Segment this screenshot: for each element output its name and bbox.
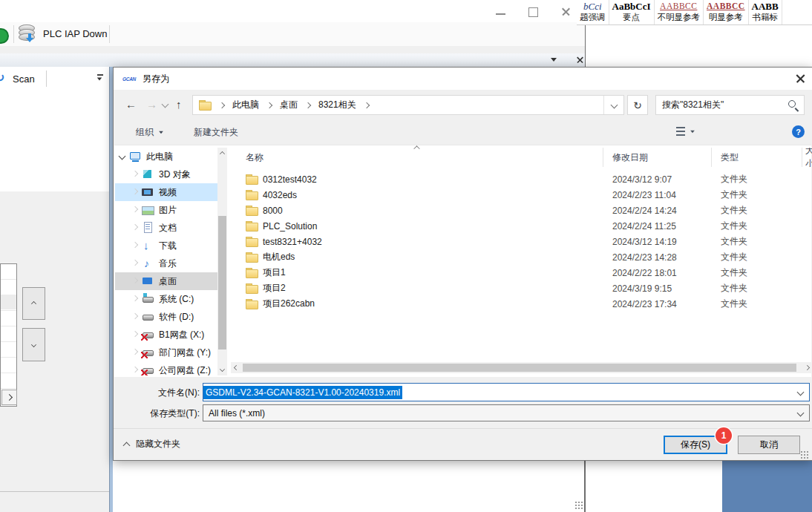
tree-expand-icon[interactable]	[132, 206, 138, 212]
file-row[interactable]: 0312test4032 2024/3/12 9:07 文件夹	[231, 171, 812, 187]
column-header-type[interactable]: 类型	[712, 148, 802, 167]
history-dropdown-icon[interactable]	[162, 101, 169, 108]
file-name[interactable]: 项目2	[263, 282, 286, 295]
plc-iap-down-button[interactable]: PLC IAP Down	[43, 28, 107, 39]
tree-scrollbar[interactable]	[217, 148, 227, 375]
up-icon[interactable]: ↑	[176, 98, 182, 111]
breadcrumb-label[interactable]: 8321相关	[315, 99, 359, 111]
file-name-cell[interactable]: 项目2	[231, 282, 603, 295]
expand-button[interactable]	[1, 390, 17, 405]
file-row[interactable]: PLC_Solution 2024/2/24 11:25 文件夹	[231, 218, 812, 234]
tree-item[interactable]: 桌面	[115, 272, 217, 290]
breadcrumb-chevron-icon[interactable]	[363, 102, 369, 108]
help-button[interactable]: ?	[792, 125, 805, 138]
tree-item-label[interactable]: 软件 (D:)	[159, 311, 194, 324]
breadcrumb-item[interactable]: 此电脑	[229, 99, 277, 111]
tree-expand-icon[interactable]	[132, 188, 138, 194]
toolbar-overflow-icon[interactable]	[96, 74, 104, 81]
file-row[interactable]: 8000 2024/2/24 14:24 文件夹	[231, 203, 812, 218]
tree-expand-icon[interactable]	[132, 349, 138, 355]
tree-expand-icon[interactable]	[132, 242, 138, 248]
file-name-cell[interactable]: PLC_Solution	[231, 221, 603, 232]
search-icon[interactable]	[788, 99, 799, 111]
filename-dropdown-icon[interactable]	[797, 389, 805, 396]
file-name[interactable]: 项目1	[263, 266, 286, 279]
tree-expand-icon[interactable]	[132, 313, 138, 319]
tree-item[interactable]: 部门网盘 (Y:)	[115, 344, 217, 361]
dialog-close-icon[interactable]	[796, 73, 805, 82]
tree-item[interactable]: 视频	[115, 183, 217, 201]
tree-item[interactable]: 图片	[115, 201, 217, 219]
tree-item[interactable]: 音乐	[115, 255, 217, 272]
scroll-down-icon[interactable]	[220, 367, 225, 372]
tree-expand-icon[interactable]	[132, 171, 138, 177]
organize-button[interactable]: 组织	[136, 126, 164, 139]
file-name[interactable]: 电机eds	[263, 251, 295, 263]
move-down-button[interactable]	[22, 328, 45, 361]
tree-item-label[interactable]: 下载	[159, 240, 177, 252]
file-name-cell[interactable]: 项目1	[231, 266, 603, 279]
breadcrumb-label[interactable]: 桌面	[277, 99, 301, 111]
file-name[interactable]: 8000	[263, 206, 283, 216]
savetype-dropdown-icon[interactable]	[797, 410, 805, 417]
tree-expand-icon[interactable]	[132, 331, 138, 337]
scroll-right-icon[interactable]	[805, 365, 810, 370]
file-row[interactable]: 项目262cabn 2024/2/23 17:34 文件夹	[231, 296, 812, 312]
file-name[interactable]: 4032eds	[263, 190, 297, 200]
close-icon[interactable]	[562, 7, 570, 16]
file-name[interactable]: 0312test4032	[263, 174, 317, 185]
tree-item-label[interactable]: 图片	[159, 204, 177, 217]
file-name[interactable]: test8321+4032	[263, 237, 322, 247]
tree-item[interactable]: 软件 (D:)	[115, 308, 217, 326]
tree-item-label[interactable]: 公司网盘 (Z:)	[159, 364, 211, 376]
tree-item[interactable]: 3D 对象	[115, 165, 217, 183]
file-row[interactable]: test8321+4032 2024/3/12 14:19 文件夹	[231, 234, 812, 249]
refresh-icon[interactable]: ↻	[0, 70, 4, 85]
scrollbar-thumb[interactable]	[218, 216, 226, 349]
column-header-name[interactable]: 名称	[231, 148, 603, 167]
style-gallery-item[interactable]: AaBbCcI 要点	[609, 0, 655, 24]
scan-tab[interactable]: Scan	[13, 73, 35, 85]
scroll-up-icon[interactable]	[220, 151, 225, 157]
scroll-left-icon[interactable]	[234, 365, 239, 370]
file-row[interactable]: 项目1 2024/2/22 18:01 文件夹	[231, 265, 812, 280]
style-gallery-item[interactable]: bCci 题强调	[577, 0, 609, 24]
breadcrumb-chevron-icon[interactable]	[305, 102, 311, 108]
file-name[interactable]: 项目262cabn	[263, 298, 315, 310]
tree-expand-icon[interactable]	[132, 367, 138, 372]
tree-item[interactable]: B1网盘 (X:)	[115, 326, 217, 344]
column-header-size[interactable]: 大小	[802, 148, 812, 167]
tree-item[interactable]: 公司网盘 (Z:)	[115, 361, 217, 375]
tree-item[interactable]: 文档	[115, 219, 217, 237]
tree-expand-icon[interactable]	[132, 260, 138, 266]
tree-item-label[interactable]: B1网盘 (X:)	[159, 329, 204, 341]
breadcrumb-item[interactable]: 8321相关	[315, 99, 374, 111]
hide-folders-button[interactable]: 隐藏文件夹	[124, 438, 180, 450]
refresh-button[interactable]: ↻	[627, 95, 648, 115]
tree-expand-icon[interactable]	[132, 224, 138, 230]
style-gallery-item[interactable]: AABB 书籍标	[749, 0, 782, 24]
file-name-cell[interactable]: 0312test4032	[231, 174, 603, 185]
savetype-select[interactable]: All files (*.xml)	[203, 404, 810, 421]
tree-item-label[interactable]: 3D 对象	[159, 168, 191, 181]
tree-item[interactable]: 下载	[115, 237, 217, 255]
cancel-button[interactable]: 取消	[738, 436, 800, 454]
tree-item-label[interactable]: 系统 (C:)	[159, 293, 194, 306]
tree-item-label[interactable]: 桌面	[159, 275, 177, 288]
file-row[interactable]: 电机eds 2024/2/23 14:28 文件夹	[231, 249, 812, 265]
back-icon[interactable]: ←	[125, 98, 137, 111]
column-header-date[interactable]: 修改日期	[603, 148, 712, 167]
tree-item-label[interactable]: 此电脑	[146, 151, 173, 163]
file-name-cell[interactable]: 4032eds	[231, 190, 603, 200]
move-up-button[interactable]	[22, 287, 45, 320]
search-input[interactable]: 搜索"8321相关"	[655, 95, 805, 115]
file-name[interactable]: PLC_Solution	[263, 221, 317, 232]
dialog-resize-grip[interactable]	[800, 450, 809, 459]
file-name-cell[interactable]: test8321+4032	[231, 237, 603, 247]
tree-item-label[interactable]: 文档	[159, 222, 177, 234]
breadcrumb-item[interactable]: 桌面	[277, 99, 315, 111]
scrollbar-thumb[interactable]	[243, 364, 796, 372]
breadcrumb-chevron-icon[interactable]	[266, 102, 272, 108]
file-row[interactable]: 项目2 2024/3/19 9:15 文件夹	[231, 280, 812, 296]
tree-item-label[interactable]: 部门网盘 (Y:)	[159, 347, 211, 359]
